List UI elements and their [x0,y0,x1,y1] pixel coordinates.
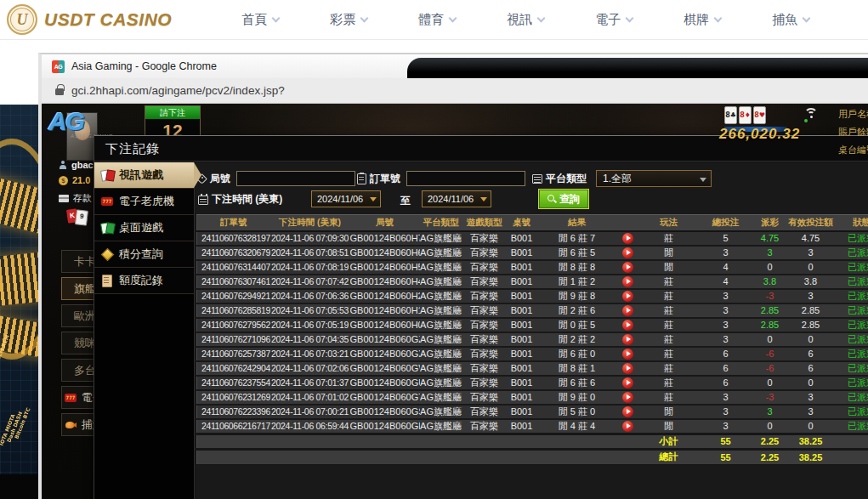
cell-bet-time: 2024-11-06 07:04:35 [270,332,350,347]
table-row: 241106076223396 2024-11-06 07:00:21 GB00… [197,405,868,419]
cell-total-bet: 3 [699,318,753,332]
chevron-down-icon [626,14,634,22]
cell-play-type: 莊 [639,361,699,376]
nav-item[interactable]: 視訊 [481,12,570,28]
cell-result: 閒 9 莊 8 [537,289,617,303]
nav-item-label: 體育 [418,12,444,28]
cell-table-no: B001 [507,318,537,332]
cell-game-type: 百家樂 [462,260,507,275]
sidebar-item-icon [100,169,114,181]
modal-content: 局號 訂單號 平台類型 1.全部 [196,162,868,499]
sidebar-item-icon [100,248,114,260]
cell-total-bet: 4 [699,260,753,275]
cell-table-no: B001 [507,246,537,260]
cell-game-type: 百家樂 [462,318,507,332]
cell-game-type: 百家樂 [462,419,507,434]
play-button[interactable] [622,377,633,388]
play-button[interactable] [622,262,633,273]
date-to-picker[interactable]: 2024/11/06 [422,190,491,207]
cell-platform: AG旗艦廳 [420,332,462,347]
play-button[interactable] [622,334,633,345]
bets-table: 訂單號下注時間 (美東)局號平台類型遊戲類型桌號結果玩法總投注派彩有效投注額狀態… [196,214,868,465]
cell-platform: AG旗艦廳 [420,347,462,361]
cell-play-type: 閒 [639,419,699,434]
sidebar-item-label: 桌面遊戲 [119,220,163,235]
dropdown-arrow-icon [370,197,377,201]
nav-item[interactable]: 體育 [393,12,481,28]
cell-total-bet: 3 [699,390,753,405]
play-button[interactable] [622,305,633,316]
cell-platform: AG旗艦廳 [420,376,462,390]
sidebar-item[interactable]: 視訊遊戲 [94,162,194,189]
table-row: 241106076314407 2024-11-06 07:08:19 GB00… [197,260,868,275]
dealt-cards: 8♣8♦8♥ [724,106,766,124]
search-button[interactable]: 查詢 [539,190,588,208]
brand-logo[interactable]: U USDT CASINO [0,4,172,35]
cell-status: 已派彩 [835,347,868,361]
table-header-cell: 狀態 [835,215,868,231]
cell-status: 已派彩 [835,390,868,405]
nav-item[interactable]: 彩票 [304,12,393,28]
table-header-cell: 下注時間 (美東) [270,215,350,231]
play-button[interactable] [622,233,633,244]
jackpot-amount: 266,020.32 [719,126,800,143]
cell-bet-time: 2024-11-06 07:08:51 [270,246,350,260]
nav-item[interactable]: 電子 [570,12,658,28]
cell-payout: 0 [753,332,787,347]
sidebar-item-label: 視訊遊戲 [119,167,163,183]
cell-replay [617,275,639,289]
cell-order-no: 241106076271096 [197,332,270,347]
url-bar[interactable]: gci.2hhapi.com/agingame/pcv2/index.jsp? [42,78,868,104]
play-button[interactable] [622,392,633,403]
total-valid: 38.25 [787,449,835,464]
cell-payout: -3 [753,289,787,303]
table-header-cell: 結果 [537,215,617,231]
cell-result: 閒 2 莊 6 [537,303,617,318]
cell-valid-bet: 0 [787,332,835,347]
cell-valid-bet: 0 [787,376,835,390]
play-button[interactable] [622,247,633,258]
date-from-picker[interactable]: 2024/11/06 [311,190,381,207]
nav-item[interactable]: 首頁 [216,12,304,28]
sidebar-item[interactable]: 電子老虎機 [94,189,194,215]
cell-order-no: 241106076257387 [197,347,270,361]
cell-status: 已派彩 [835,275,868,289]
cell-game-type: 百家樂 [462,246,507,260]
chevron-down-icon [449,14,457,22]
nav-item-label: 彩票 [330,12,355,28]
cell-platform: AG旗艦廳 [420,419,462,434]
play-button[interactable] [622,421,633,432]
play-button[interactable] [622,363,633,374]
platform-select[interactable]: 1.全部 [596,170,712,187]
list-icon [532,174,542,184]
bet-prompt: 請下注 [145,106,200,119]
cell-order-no: 241106076314407 [197,260,270,275]
lobby-menu-icon [64,392,77,404]
deposit-button[interactable]: 存款 [59,192,92,205]
sidebar-item-label: 電子老虎機 [119,194,174,209]
url-text: gci.2hhapi.com/agingame/pcv2/index.jsp? [71,84,285,97]
cell-round-no: GB00124B060GU [350,376,420,390]
cell-replay [617,260,639,275]
cell-replay [617,332,639,347]
cell-total-bet: 3 [699,303,753,318]
round-input[interactable] [236,171,355,186]
sidebar-item[interactable]: 額度記錄 [94,268,194,294]
play-button[interactable] [622,349,633,360]
table-row: 241106076285819 2024-11-06 07:05:53 GB00… [197,303,868,318]
cell-play-type: 莊 [639,390,699,405]
cell-game-type: 百家樂 [462,303,507,318]
play-button[interactable] [622,276,633,287]
cell-play-type: 莊 [639,332,699,347]
play-button[interactable] [622,406,633,417]
play-button[interactable] [622,320,633,331]
nav-item[interactable]: 棋牌 [658,12,746,28]
sidebar-item[interactable]: 桌面遊戲 [94,215,194,241]
order-input[interactable] [406,171,525,186]
cell-valid-bet: 6 [787,347,835,361]
money-icon [59,176,68,185]
sidebar-item[interactable]: 積分查詢 [94,241,194,268]
cell-payout: 4.75 [753,231,787,246]
play-button[interactable] [622,291,633,302]
nav-item[interactable]: 捕魚 [746,12,835,28]
